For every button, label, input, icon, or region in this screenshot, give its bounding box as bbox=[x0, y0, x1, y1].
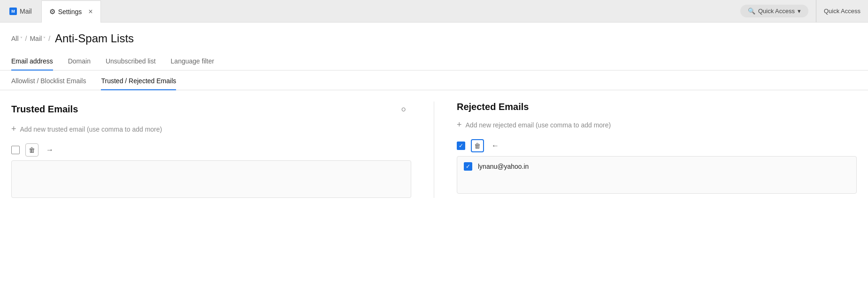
arrow-right-icon: → bbox=[46, 146, 54, 154]
settings-tab[interactable]: ⚙ Settings × bbox=[41, 0, 101, 23]
trusted-select-all-checkbox[interactable] bbox=[11, 146, 20, 154]
trusted-search-button[interactable]: ○ bbox=[396, 102, 411, 117]
search-icon: ○ bbox=[401, 104, 407, 114]
trusted-email-list bbox=[11, 160, 411, 198]
rejected-toolbar: 🗑 ← bbox=[457, 139, 857, 152]
add-rejected-email-row[interactable]: + Add new rejected email (use comma to a… bbox=[457, 120, 857, 130]
add-trusted-email-row[interactable]: + Add new trusted email (use comma to ad… bbox=[11, 124, 411, 134]
breadcrumb-mail-label: Mail bbox=[30, 35, 42, 42]
page-title: Anti-Spam Lists bbox=[55, 32, 134, 45]
breadcrumb: All ˅ / Mail ˅ / Anti-Spam Lists bbox=[0, 23, 868, 53]
quick-access-search-label: Quick Access bbox=[758, 8, 795, 15]
settings-gear-icon: ⚙ bbox=[49, 8, 55, 16]
rejected-emails-title: Rejected Emails bbox=[457, 102, 529, 112]
two-col-layout: Trusted Emails ○ + Add new trusted email… bbox=[0, 90, 868, 209]
tab-email-address[interactable]: Email address bbox=[11, 53, 53, 71]
breadcrumb-all-label: All bbox=[11, 35, 19, 42]
rejected-emails-header: Rejected Emails bbox=[457, 102, 857, 112]
mail-icon: M bbox=[9, 8, 17, 15]
quick-access-search-button[interactable]: 🔍 Quick Access ▾ bbox=[740, 5, 808, 17]
quick-access-button[interactable]: Quick Access bbox=[816, 0, 868, 22]
mail-tab[interactable]: M Mail bbox=[0, 0, 41, 22]
trusted-toolbar: 🗑 → bbox=[11, 143, 411, 157]
search-icon: 🔍 bbox=[748, 8, 755, 15]
breadcrumb-sep-1: / bbox=[25, 35, 27, 42]
trusted-emails-title: Trusted Emails bbox=[11, 104, 78, 115]
trusted-emails-column: Trusted Emails ○ + Add new trusted email… bbox=[11, 102, 434, 198]
quick-access-area: 🔍 Quick Access ▾ Quick Access bbox=[740, 0, 868, 22]
rejected-delete-button[interactable]: 🗑 bbox=[471, 139, 484, 152]
tab-unsubscribed-list[interactable]: Unsubscribed list bbox=[106, 53, 156, 71]
main-content: All ˅ / Mail ˅ / Anti-Spam Lists Email a… bbox=[0, 23, 868, 299]
trusted-emails-header: Trusted Emails ○ bbox=[11, 102, 411, 117]
add-trusted-email-label: Add new trusted email (use comma to add … bbox=[20, 126, 162, 133]
primary-tabs: Email address Domain Unsubscribed list L… bbox=[0, 53, 868, 71]
arrow-left-icon: ← bbox=[492, 142, 499, 150]
chevron-down-icon: ˅ bbox=[20, 36, 23, 41]
rejected-move-left-button[interactable]: ← bbox=[490, 140, 501, 152]
rejected-email-list: lynanu@yahoo.in bbox=[457, 156, 857, 194]
secondary-tabs: Allowlist / Blocklist Emails Trusted / R… bbox=[0, 72, 868, 90]
rejected-email-address-0: lynanu@yahoo.in bbox=[478, 163, 529, 170]
add-plus-icon: + bbox=[11, 124, 16, 134]
rejected-email-checkbox-0[interactable] bbox=[464, 162, 472, 171]
trusted-move-right-button[interactable]: → bbox=[44, 144, 55, 156]
tab-bar: M Mail ⚙ Settings × 🔍 Quick Access ▾ Qui… bbox=[0, 0, 868, 23]
rejected-emails-column: Rejected Emails + Add new rejected email… bbox=[434, 102, 857, 198]
trusted-delete-button[interactable]: 🗑 bbox=[25, 143, 38, 157]
breadcrumb-mail[interactable]: Mail ˅ bbox=[30, 35, 46, 42]
breadcrumb-all[interactable]: All ˅ bbox=[11, 35, 23, 42]
mail-tab-label: Mail bbox=[20, 8, 32, 15]
tab-domain[interactable]: Domain bbox=[68, 53, 91, 71]
tab-allowlist-blocklist[interactable]: Allowlist / Blocklist Emails bbox=[11, 72, 86, 90]
trash-icon: 🗑 bbox=[29, 146, 35, 154]
trash-icon: 🗑 bbox=[474, 142, 481, 150]
add-rejected-email-label: Add new rejected email (use comma to add… bbox=[466, 121, 611, 129]
tab-language-filter[interactable]: Language filter bbox=[171, 53, 215, 71]
chevron-down-icon: ▾ bbox=[798, 8, 801, 15]
breadcrumb-sep-2: / bbox=[48, 35, 50, 42]
chevron-down-icon: ˅ bbox=[43, 36, 46, 41]
tab-trusted-rejected[interactable]: Trusted / Rejected Emails bbox=[101, 72, 176, 90]
quick-access-btn-label: Quick Access bbox=[824, 8, 860, 15]
add-plus-icon: + bbox=[457, 120, 462, 130]
list-item: lynanu@yahoo.in bbox=[457, 157, 856, 176]
settings-tab-label: Settings bbox=[58, 8, 82, 16]
close-tab-button[interactable]: × bbox=[88, 8, 92, 16]
rejected-select-all-checkbox[interactable] bbox=[457, 142, 465, 150]
